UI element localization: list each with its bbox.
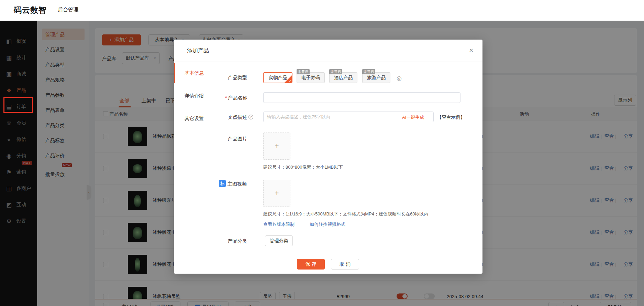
type-physical-button[interactable]: 实物产品 ✓ [263,72,292,83]
product-image-label: 产品图片 [228,136,247,142]
modal-footer-divider [174,255,482,255]
product-type-label: 产品类型 [228,75,247,81]
plus-icon: + [275,142,279,150]
modal-tab-basic-info[interactable]: 基本信息 [174,62,211,84]
type-travel-button[interactable]: 未开启 旅游产品 [362,72,390,83]
ai-generate-link[interactable]: AI一键生成 [402,114,424,120]
cancel-button[interactable]: 取 消 [331,259,359,270]
product-category-label: 产品分类 [228,238,247,244]
brand-logo: 码云数智 [14,5,47,15]
modal-tab-detail[interactable]: 详情介绍 [174,84,211,107]
close-icon[interactable]: ✕ [469,47,474,54]
version-limit-link[interactable]: 查看各版本限制 [263,221,295,228]
not-enabled-tag: 未开启 [297,69,310,74]
product-name-label: *产品名称 [225,95,247,101]
main-video-label: 主图视频 [227,181,247,187]
not-enabled-tag: 未开启 [329,69,342,74]
view-example-link[interactable]: 【查看示例】 [437,114,465,120]
help-icon[interactable]: ? [248,115,253,119]
video-badge-icon: 标 [219,180,226,187]
selling-point-label: 卖点描述? [228,114,253,120]
convert-format-link[interactable]: 如何转换视频格式 [310,221,345,228]
image-upload-box[interactable]: + [263,133,290,160]
modal-tabs-divider [211,62,211,255]
modal-tab-other[interactable]: 其它设置 [174,107,211,130]
top-header: 码云数智 后台管理 [0,0,644,21]
plus-icon: + [275,189,279,197]
type-hotel-button[interactable]: 未开启 酒店产品 [329,72,357,83]
required-asterisk: * [225,95,227,101]
type-evoucher-button[interactable]: 未开启 电子券码 [297,72,325,83]
check-icon: ✓ [289,79,292,83]
header-subtitle: 后台管理 [58,7,78,13]
modal-title: 添加产品 [187,47,209,54]
product-name-input[interactable] [263,92,460,103]
video-size-hint: 建议尺寸：1:1/16:9；大小500MB以下；文件格式为MP4；建议视频时长在… [263,211,428,217]
app-root: 码云数智 后台管理 ◧概况 ▦统计 ▣商城 ❖产品 ▤订单 ♕会员 ◒微信 ◉分… [0,0,644,306]
image-size-hint: 建议尺寸：800*800像素；大小1MB以下 [263,164,343,170]
add-product-modal: 添加产品 ✕ 基本信息 详情介绍 其它设置 产品类型 实物产品 ✓ 未开启 电子… [174,40,482,274]
modal-header-divider [174,62,482,62]
save-button[interactable]: 保 存 [297,259,325,270]
eye-preview-icon[interactable]: ◎ [397,75,402,82]
not-enabled-tag: 未开启 [362,69,375,74]
video-upload-box[interactable]: + [263,180,290,207]
manage-category-button[interactable]: 管理分类 [265,235,293,246]
